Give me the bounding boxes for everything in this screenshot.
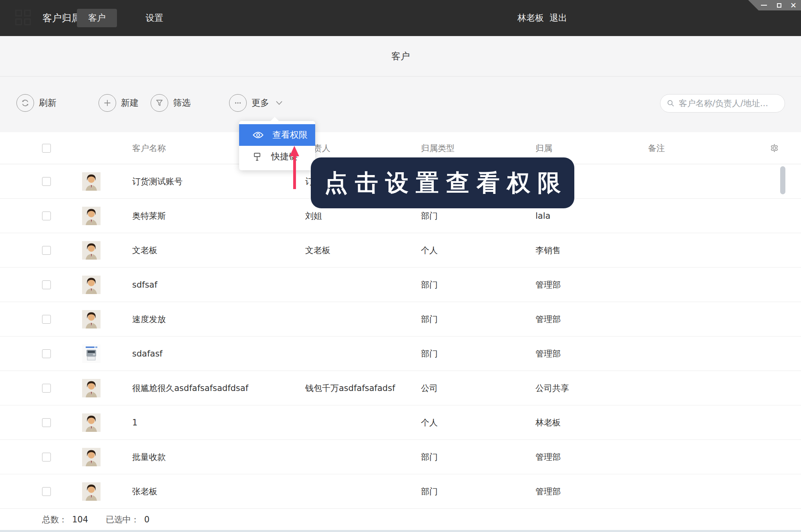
menu-item-view-permissions[interactable]: 查看权限: [239, 124, 315, 146]
customer-name: sdafasf: [112, 349, 284, 359]
customer-avatar: [82, 482, 101, 501]
customer-avatar: [82, 448, 101, 466]
header-belong: 归属: [515, 143, 627, 154]
row-checkbox[interactable]: [42, 212, 51, 220]
belong-value: 李销售: [515, 245, 627, 256]
table-row[interactable]: 速度发放 部门 管理部: [0, 302, 801, 337]
page-title: 客户: [0, 36, 801, 76]
customer-name: 奥特莱斯: [112, 210, 284, 222]
row-checkbox[interactable]: [42, 349, 51, 358]
minimize-button[interactable]: [759, 0, 769, 10]
total-count: 104: [72, 515, 88, 524]
printer-avatar: [82, 345, 101, 363]
row-checkbox[interactable]: [42, 315, 51, 324]
belong-value: 管理部: [515, 486, 627, 497]
belong-value: 管理部: [515, 451, 627, 463]
gear-icon[interactable]: [770, 143, 779, 153]
current-user[interactable]: 林老板: [517, 0, 544, 36]
selected-label: 已选中：: [106, 514, 139, 525]
belong-type: 部门: [398, 486, 515, 497]
filter-button[interactable]: 筛选: [151, 94, 191, 112]
belong-value: 林老板: [515, 417, 627, 428]
pointer-arrow-icon: [290, 146, 299, 189]
refresh-icon: [20, 98, 30, 108]
customer-name: 1: [112, 418, 284, 427]
menu-item-shortcuts[interactable]: 快捷键: [239, 146, 315, 167]
row-checkbox[interactable]: [42, 487, 51, 496]
customer-name: 批量收款: [112, 451, 284, 463]
search-box[interactable]: [660, 94, 785, 113]
search-icon: [667, 99, 675, 108]
table-row[interactable]: sdfsaf 部门 管理部: [0, 268, 801, 302]
filter-label: 筛选: [173, 97, 191, 109]
vertical-scrollbar[interactable]: [780, 166, 785, 194]
belong-value: lala: [515, 211, 627, 221]
customer-avatar: [82, 241, 101, 260]
callout-text: 点击设置查看权限: [324, 167, 568, 199]
row-checkbox[interactable]: [42, 384, 51, 393]
row-checkbox[interactable]: [42, 453, 51, 461]
signpost-icon: [253, 152, 262, 161]
table-row[interactable]: 批量收款 部门 管理部: [0, 440, 801, 474]
belong-type: 部门: [398, 314, 515, 325]
customer-name: 文老板: [112, 245, 284, 256]
belong-value: 公司共享: [515, 383, 627, 394]
belong-type: 部门: [398, 451, 515, 463]
app-title: 客户归属: [42, 0, 81, 36]
customer-owner: 钱包千万asdfafsafadsf: [284, 383, 398, 394]
table-row[interactable]: 很尴尬很久asdfafsafsadfdsaf 钱包千万asdfafsafadsf…: [0, 371, 801, 405]
belong-type: 部门: [398, 279, 515, 290]
app-logo-icon: [15, 10, 32, 26]
belong-type: 个人: [398, 245, 515, 256]
customer-name: 订货测试账号: [112, 176, 284, 187]
row-checkbox[interactable]: [42, 418, 51, 427]
customer-owner: 刘姐: [284, 210, 398, 222]
customer-avatar: [82, 276, 101, 294]
row-checkbox[interactable]: [42, 177, 51, 186]
tab-customers[interactable]: 客户: [77, 9, 117, 27]
row-checkbox[interactable]: [42, 280, 51, 289]
customer-avatar: [82, 310, 101, 328]
new-button[interactable]: 新建: [99, 94, 139, 112]
ellipsis-icon: [233, 98, 243, 108]
more-button[interactable]: 更多: [229, 94, 283, 112]
more-dropdown-menu: 查看权限 快捷键: [239, 121, 315, 170]
status-bar: 总数： 104 已选中： 0: [0, 509, 801, 530]
customer-avatar: [82, 172, 101, 191]
row-checkbox[interactable]: [42, 246, 51, 255]
search-input[interactable]: [679, 99, 778, 108]
belong-type: 部门: [398, 210, 515, 222]
menu-item-label: 查看权限: [272, 129, 308, 141]
maximize-button[interactable]: [774, 0, 784, 10]
table-row[interactable]: 张老板 部门 管理部: [0, 474, 801, 509]
logout-button[interactable]: 退出: [549, 0, 567, 36]
eye-icon: [253, 131, 264, 139]
table-row[interactable]: sdafasf 部门 管理部: [0, 337, 801, 371]
customer-name: 张老板: [112, 486, 284, 497]
funnel-icon: [155, 98, 164, 108]
selected-count: 0: [144, 515, 149, 524]
table-row[interactable]: 文老板 文老板 个人 李销售: [0, 233, 801, 268]
table-row[interactable]: 1 个人 林老板: [0, 405, 801, 440]
new-label: 新建: [121, 97, 139, 109]
select-all-checkbox[interactable]: [42, 144, 51, 153]
belong-value: 管理部: [515, 348, 627, 359]
refresh-button[interactable]: 刷新: [16, 94, 56, 112]
belong-type: 部门: [398, 348, 515, 359]
app-window: 客户归属 客户 设置 林老板 退出 ✕ 客户 刷新 新建 筛选: [0, 0, 801, 532]
customer-avatar: [82, 379, 101, 397]
plus-icon: [103, 98, 112, 108]
total-label: 总数：: [42, 514, 67, 525]
close-button[interactable]: ✕: [788, 0, 799, 10]
header-remark: 备注: [627, 143, 747, 154]
refresh-label: 刷新: [39, 97, 56, 109]
belong-value: 管理部: [515, 314, 627, 325]
window-controls: ✕: [748, 0, 801, 10]
page-title-band: 客户: [0, 36, 801, 77]
tab-settings[interactable]: 设置: [131, 9, 177, 27]
customer-owner: 文老板: [284, 245, 398, 256]
window-bottom-edge: [0, 530, 801, 532]
more-label: 更多: [252, 97, 269, 109]
customer-name: sdfsaf: [112, 280, 284, 290]
belong-type: 公司: [398, 383, 515, 394]
